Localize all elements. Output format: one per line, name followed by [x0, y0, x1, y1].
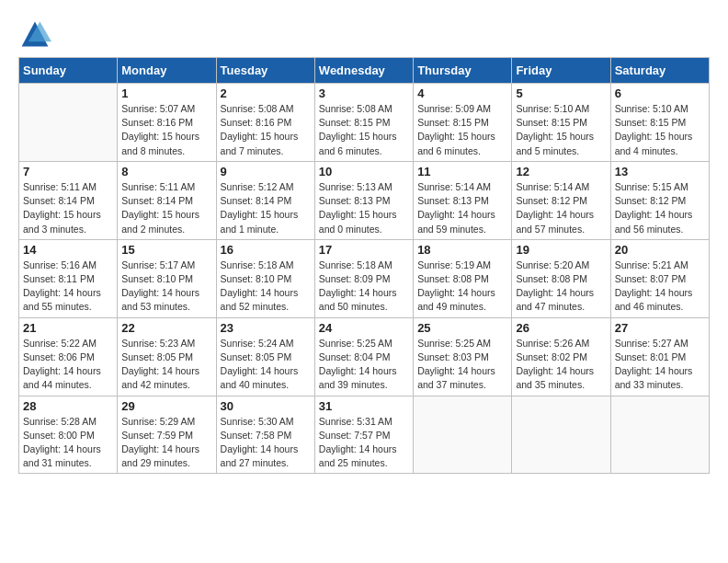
calendar-cell: [610, 396, 709, 474]
day-number: 20: [615, 243, 705, 257]
calendar-week-row: 1Sunrise: 5:07 AM Sunset: 8:16 PM Daylig…: [19, 84, 710, 162]
calendar-cell: 14Sunrise: 5:16 AM Sunset: 8:11 PM Dayli…: [19, 239, 118, 317]
day-info: Sunrise: 5:22 AM Sunset: 8:06 PM Dayligh…: [23, 337, 113, 393]
day-info: Sunrise: 5:23 AM Sunset: 8:05 PM Dayligh…: [121, 337, 211, 393]
day-info: Sunrise: 5:17 AM Sunset: 8:10 PM Dayligh…: [121, 259, 211, 315]
day-info: Sunrise: 5:20 AM Sunset: 8:08 PM Dayligh…: [516, 259, 606, 315]
calendar-cell: [512, 396, 610, 474]
day-header: Sunday: [19, 58, 118, 84]
day-number: 17: [319, 243, 409, 257]
logo-icon: [18, 18, 51, 52]
day-number: 21: [23, 321, 113, 335]
calendar-cell: 1Sunrise: 5:07 AM Sunset: 8:16 PM Daylig…: [118, 84, 216, 162]
day-info: Sunrise: 5:14 AM Sunset: 8:13 PM Dayligh…: [417, 180, 507, 236]
day-number: 31: [319, 399, 409, 413]
day-info: Sunrise: 5:27 AM Sunset: 8:01 PM Dayligh…: [615, 337, 705, 393]
day-header: Thursday: [414, 58, 512, 84]
day-number: 1: [121, 86, 211, 100]
day-info: Sunrise: 5:13 AM Sunset: 8:13 PM Dayligh…: [319, 180, 409, 236]
day-info: Sunrise: 5:11 AM Sunset: 8:14 PM Dayligh…: [23, 180, 113, 236]
calendar-cell: 15Sunrise: 5:17 AM Sunset: 8:10 PM Dayli…: [118, 239, 216, 317]
day-info: Sunrise: 5:25 AM Sunset: 8:03 PM Dayligh…: [417, 337, 507, 393]
day-header: Wednesday: [314, 58, 413, 84]
day-info: Sunrise: 5:29 AM Sunset: 7:59 PM Dayligh…: [121, 415, 211, 471]
day-info: Sunrise: 5:10 AM Sunset: 8:15 PM Dayligh…: [615, 102, 705, 158]
day-number: 24: [319, 321, 409, 335]
calendar-cell: 4Sunrise: 5:09 AM Sunset: 8:15 PM Daylig…: [414, 84, 512, 162]
day-info: Sunrise: 5:25 AM Sunset: 8:04 PM Dayligh…: [319, 337, 409, 393]
day-number: 22: [121, 321, 211, 335]
day-number: 30: [221, 399, 311, 413]
calendar-cell: 2Sunrise: 5:08 AM Sunset: 8:16 PM Daylig…: [216, 84, 314, 162]
day-number: 23: [221, 321, 311, 335]
day-number: 15: [121, 243, 211, 257]
day-header: Monday: [118, 58, 216, 84]
day-info: Sunrise: 5:21 AM Sunset: 8:07 PM Dayligh…: [615, 259, 705, 315]
calendar-body: 1Sunrise: 5:07 AM Sunset: 8:16 PM Daylig…: [19, 84, 710, 474]
calendar-cell: 30Sunrise: 5:30 AM Sunset: 7:58 PM Dayli…: [216, 396, 314, 474]
day-header: Tuesday: [216, 58, 314, 84]
calendar-week-row: 7Sunrise: 5:11 AM Sunset: 8:14 PM Daylig…: [19, 161, 710, 239]
calendar-cell: 13Sunrise: 5:15 AM Sunset: 8:12 PM Dayli…: [610, 161, 709, 239]
calendar-cell: 31Sunrise: 5:31 AM Sunset: 7:57 PM Dayli…: [314, 396, 413, 474]
day-number: 27: [615, 321, 705, 335]
calendar-cell: 29Sunrise: 5:29 AM Sunset: 7:59 PM Dayli…: [118, 396, 216, 474]
calendar-cell: 26Sunrise: 5:26 AM Sunset: 8:02 PM Dayli…: [512, 317, 610, 396]
day-number: 4: [417, 86, 507, 100]
calendar-cell: 18Sunrise: 5:19 AM Sunset: 8:08 PM Dayli…: [414, 239, 512, 317]
calendar-cell: 17Sunrise: 5:18 AM Sunset: 8:09 PM Dayli…: [314, 239, 413, 317]
calendar-cell: 27Sunrise: 5:27 AM Sunset: 8:01 PM Dayli…: [610, 317, 709, 396]
day-info: Sunrise: 5:18 AM Sunset: 8:09 PM Dayligh…: [319, 259, 409, 315]
day-info: Sunrise: 5:09 AM Sunset: 8:15 PM Dayligh…: [417, 102, 507, 158]
calendar-cell: 10Sunrise: 5:13 AM Sunset: 8:13 PM Dayli…: [314, 161, 413, 239]
calendar-cell: 12Sunrise: 5:14 AM Sunset: 8:12 PM Dayli…: [512, 161, 610, 239]
day-info: Sunrise: 5:11 AM Sunset: 8:14 PM Dayligh…: [121, 180, 211, 236]
page-header: [18, 18, 710, 52]
calendar-cell: 7Sunrise: 5:11 AM Sunset: 8:14 PM Daylig…: [19, 161, 118, 239]
calendar-cell: [414, 396, 512, 474]
day-info: Sunrise: 5:08 AM Sunset: 8:15 PM Dayligh…: [319, 102, 409, 158]
day-header: Friday: [512, 58, 610, 84]
calendar-cell: 6Sunrise: 5:10 AM Sunset: 8:15 PM Daylig…: [610, 84, 709, 162]
day-info: Sunrise: 5:15 AM Sunset: 8:12 PM Dayligh…: [615, 180, 705, 236]
day-number: 7: [23, 165, 113, 178]
day-info: Sunrise: 5:28 AM Sunset: 8:00 PM Dayligh…: [23, 415, 113, 471]
day-info: Sunrise: 5:14 AM Sunset: 8:12 PM Dayligh…: [516, 180, 606, 236]
calendar-cell: 3Sunrise: 5:08 AM Sunset: 8:15 PM Daylig…: [314, 84, 413, 162]
calendar-table: SundayMondayTuesdayWednesdayThursdayFrid…: [18, 57, 710, 474]
logo: [18, 18, 55, 52]
day-number: 25: [417, 321, 507, 335]
day-number: 12: [516, 165, 606, 178]
day-number: 14: [23, 243, 113, 257]
calendar-cell: 20Sunrise: 5:21 AM Sunset: 8:07 PM Dayli…: [610, 239, 709, 317]
calendar-cell: 19Sunrise: 5:20 AM Sunset: 8:08 PM Dayli…: [512, 239, 610, 317]
day-info: Sunrise: 5:30 AM Sunset: 7:58 PM Dayligh…: [221, 415, 311, 471]
calendar-cell: 25Sunrise: 5:25 AM Sunset: 8:03 PM Dayli…: [414, 317, 512, 396]
day-info: Sunrise: 5:10 AM Sunset: 8:15 PM Dayligh…: [516, 102, 606, 158]
calendar-cell: 22Sunrise: 5:23 AM Sunset: 8:05 PM Dayli…: [118, 317, 216, 396]
calendar-cell: 21Sunrise: 5:22 AM Sunset: 8:06 PM Dayli…: [19, 317, 118, 396]
day-number: 9: [221, 165, 311, 178]
day-number: 19: [516, 243, 606, 257]
day-number: 26: [516, 321, 606, 335]
day-info: Sunrise: 5:07 AM Sunset: 8:16 PM Dayligh…: [121, 102, 211, 158]
day-number: 16: [221, 243, 311, 257]
day-number: 11: [417, 165, 507, 178]
calendar-week-row: 14Sunrise: 5:16 AM Sunset: 8:11 PM Dayli…: [19, 239, 710, 317]
calendar-cell: 9Sunrise: 5:12 AM Sunset: 8:14 PM Daylig…: [216, 161, 314, 239]
day-number: 10: [319, 165, 409, 178]
day-info: Sunrise: 5:26 AM Sunset: 8:02 PM Dayligh…: [516, 337, 606, 393]
day-number: 28: [23, 399, 113, 413]
calendar-cell: [19, 84, 118, 162]
calendar-week-row: 21Sunrise: 5:22 AM Sunset: 8:06 PM Dayli…: [19, 317, 710, 396]
day-number: 29: [121, 399, 211, 413]
day-number: 2: [221, 86, 311, 100]
day-info: Sunrise: 5:19 AM Sunset: 8:08 PM Dayligh…: [417, 259, 507, 315]
calendar-header: SundayMondayTuesdayWednesdayThursdayFrid…: [19, 58, 710, 84]
day-number: 5: [516, 86, 606, 100]
header-row: SundayMondayTuesdayWednesdayThursdayFrid…: [19, 58, 710, 84]
day-number: 13: [615, 165, 705, 178]
calendar-cell: 16Sunrise: 5:18 AM Sunset: 8:10 PM Dayli…: [216, 239, 314, 317]
calendar-week-row: 28Sunrise: 5:28 AM Sunset: 8:00 PM Dayli…: [19, 396, 710, 474]
day-number: 6: [615, 86, 705, 100]
